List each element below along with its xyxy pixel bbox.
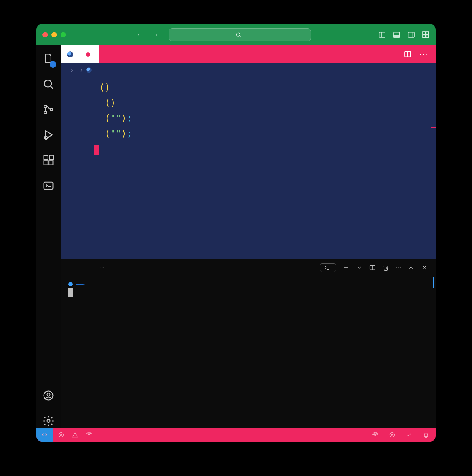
svg-line-1 (240, 36, 241, 37)
terminal[interactable] (61, 272, 436, 428)
terminal-panel-icon[interactable] (42, 180, 54, 193)
svg-point-15 (44, 111, 47, 114)
customize-layout-icon[interactable] (422, 31, 430, 39)
prompt-path (76, 284, 85, 285)
svg-point-16 (50, 108, 53, 111)
bottom-panel: ··· ··· (61, 259, 436, 428)
svg-point-0 (236, 33, 240, 36)
svg-rect-22 (49, 155, 53, 159)
split-editor-icon[interactable] (404, 50, 411, 58)
svg-point-14 (44, 105, 47, 108)
svg-line-13 (51, 86, 53, 89)
command-center[interactable] (169, 28, 311, 41)
svg-rect-5 (394, 35, 400, 37)
titlebar: ← → (36, 24, 436, 45)
workbench-body: ··· › › (36, 45, 436, 428)
status-notifications-icon[interactable] (423, 432, 429, 438)
extensions-icon[interactable] (42, 154, 54, 168)
search-icon (235, 32, 241, 38)
close-window-button[interactable] (42, 32, 48, 37)
layout-sidebar-right-icon[interactable] (407, 31, 415, 39)
lua-file-icon (67, 51, 73, 57)
svg-point-43 (391, 434, 392, 435)
terminal-scrollbar[interactable] (433, 277, 434, 288)
svg-rect-11 (426, 35, 429, 38)
code-content[interactable]: () () (""); (""); (94, 80, 436, 259)
vscode-window: ← → (36, 24, 436, 442)
svg-rect-19 (44, 156, 48, 160)
svg-rect-20 (44, 161, 48, 165)
svg-rect-2 (379, 32, 385, 37)
more-terminal-actions-icon[interactable]: ··· (396, 264, 401, 272)
status-prettier[interactable] (406, 432, 415, 438)
more-actions-icon[interactable]: ··· (419, 50, 428, 59)
layout-panel-icon[interactable] (393, 31, 401, 39)
breadcrumb[interactable]: › › (61, 63, 436, 77)
tab-actions: ··· (404, 45, 436, 63)
svg-point-25 (47, 393, 50, 396)
svg-point-41 (375, 434, 376, 436)
explorer-icon[interactable] (42, 53, 54, 66)
editor-group: ··· › › (61, 45, 436, 428)
tab-bar: ··· (61, 45, 436, 63)
close-panel-icon[interactable] (421, 264, 428, 271)
chevron-down-icon[interactable] (356, 264, 362, 271)
svg-point-42 (390, 433, 395, 437)
svg-point-40 (88, 434, 89, 435)
run-debug-icon[interactable] (42, 129, 54, 142)
status-spell[interactable] (389, 432, 398, 438)
svg-rect-9 (426, 32, 429, 34)
more-panels-icon[interactable]: ··· (99, 264, 105, 272)
editor-cursor (94, 145, 99, 155)
status-errors[interactable] (58, 432, 66, 438)
layout-sidebar-left-icon[interactable] (378, 31, 386, 39)
explorer-badge (50, 61, 56, 68)
svg-marker-17 (45, 131, 52, 139)
new-terminal-icon[interactable] (343, 264, 349, 271)
settings-gear-icon[interactable] (42, 415, 54, 428)
svg-rect-8 (423, 32, 425, 34)
code-editor[interactable]: () () (""); (""); (61, 77, 436, 259)
svg-rect-23 (44, 182, 53, 189)
prompt-status-icon (68, 282, 73, 286)
svg-rect-10 (423, 35, 425, 38)
modified-indicator-icon (86, 52, 90, 57)
remote-indicator[interactable] (36, 428, 53, 442)
accounts-icon[interactable] (42, 390, 54, 403)
activity-bar (36, 45, 61, 428)
svg-point-12 (44, 80, 51, 87)
lua-file-icon (86, 67, 92, 73)
minimize-window-button[interactable] (51, 32, 57, 37)
split-terminal-icon[interactable] (369, 264, 376, 271)
status-warnings[interactable] (72, 432, 80, 438)
tab-main-lua[interactable] (61, 45, 99, 63)
line-gutter (61, 80, 94, 259)
nav-back-icon[interactable]: ← (136, 30, 145, 40)
source-control-icon[interactable] (42, 103, 54, 117)
svg-point-26 (47, 419, 50, 422)
nav-forward-icon[interactable]: → (151, 30, 159, 40)
scrollbar-marker (431, 127, 436, 128)
status-golive[interactable] (372, 432, 381, 438)
svg-rect-6 (408, 32, 414, 37)
panel-tabs: ··· ··· (61, 259, 436, 272)
svg-rect-21 (49, 161, 53, 165)
chevron-right-icon: › (71, 66, 73, 74)
status-ports[interactable] (86, 432, 94, 438)
chevron-up-icon[interactable] (408, 264, 415, 271)
terminal-cursor (68, 288, 73, 297)
window-controls (42, 32, 66, 37)
search-icon[interactable] (42, 78, 54, 91)
svg-point-18 (44, 136, 48, 139)
svg-point-44 (393, 434, 393, 435)
status-bar (36, 428, 436, 442)
chevron-right-icon: › (80, 66, 83, 74)
nav-arrows: ← → (136, 30, 159, 40)
trash-icon[interactable] (382, 264, 389, 271)
title-actions (378, 31, 430, 39)
maximize-window-button[interactable] (61, 32, 66, 37)
terminal-shell-indicator[interactable] (320, 263, 336, 272)
